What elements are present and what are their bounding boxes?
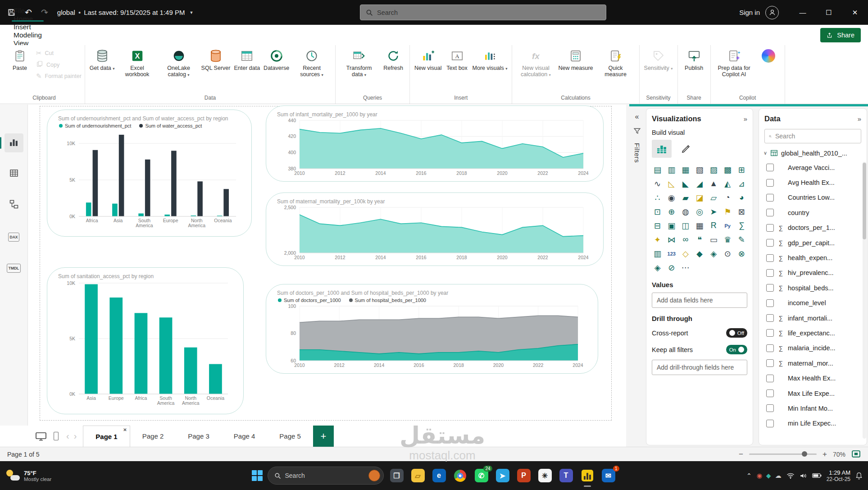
field-checkbox[interactable] xyxy=(766,375,774,382)
visual-type-icon[interactable]: R xyxy=(707,219,720,232)
teams-icon[interactable]: T xyxy=(558,467,574,484)
ribbon-button-paste[interactable]: Paste xyxy=(7,47,33,71)
visual-type-icon[interactable]: ⊕ xyxy=(665,205,678,218)
ribbon-button-cut[interactable]: ✂Cut xyxy=(36,50,82,57)
chevron-expanded-icon[interactable]: ∨ xyxy=(763,150,767,156)
visual-type-icon[interactable]: ▥ xyxy=(665,163,678,176)
ribbon-button-dataverse[interactable]: Dataverse xyxy=(262,47,291,71)
menu-item-file[interactable]: File xyxy=(14,7,42,15)
collapse-data-panel-icon[interactable]: » xyxy=(858,115,861,123)
avatar[interactable] xyxy=(765,6,779,19)
field-row-average-vacci[interactable]: Average Vacci... xyxy=(759,160,867,175)
battery-icon[interactable] xyxy=(812,473,822,478)
field-row-life-expectanc[interactable]: ∑life_expectanc... xyxy=(759,325,867,340)
visual-type-icon[interactable]: ◣ xyxy=(679,177,692,190)
rail-dax-query-view[interactable]: DAX xyxy=(5,227,23,246)
visual-sum-of-undernourishment-pct-and-sum-of-w[interactable]: Sum of undernourishment_pct and Sum of w… xyxy=(47,110,252,237)
field-row-health-expen[interactable]: ∑health_expen... xyxy=(759,250,867,265)
visual-type-icon[interactable]: ∴ xyxy=(651,191,664,204)
volume-icon[interactable] xyxy=(800,472,807,479)
field-checkbox[interactable] xyxy=(766,344,774,352)
page-tab-page-5[interactable]: Page 5 xyxy=(267,426,313,447)
field-checkbox[interactable] xyxy=(766,224,774,232)
visual-type-icon[interactable]: ⋈ xyxy=(665,233,678,246)
visual-type-icon[interactable]: ▰ xyxy=(679,191,692,204)
field-row-country[interactable]: country xyxy=(759,205,867,220)
notification-bell-icon[interactable] xyxy=(855,472,863,480)
zoom-slider[interactable] xyxy=(749,453,817,455)
format-pencil-icon[interactable] xyxy=(676,140,696,158)
keep-all-filters-toggle[interactable]: On xyxy=(726,345,747,354)
field-row-maternal-mor[interactable]: ∑maternal_mor... xyxy=(759,356,867,371)
field-row-malaria-incide[interactable]: ∑malaria_incide... xyxy=(759,341,867,356)
ribbon-button-new-visual[interactable]: New visual xyxy=(413,47,443,71)
visual-type-icon[interactable]: ⊠ xyxy=(735,205,748,218)
field-row-countries-low[interactable]: Countries Low... xyxy=(759,190,867,205)
visual-type-icon[interactable]: ▱ xyxy=(707,191,720,204)
visual-sum-of-doctors-per-1000-and-sum-of-hospi[interactable]: Sum of doctors_per_1000 and Sum of hospi… xyxy=(266,284,598,374)
weather-widget[interactable]: 75°F Mostly clear xyxy=(5,468,51,483)
ribbon-button-more-visuals[interactable]: More visuals ▾ xyxy=(471,47,509,71)
visual-type-icon[interactable]: ⋯ xyxy=(679,261,692,274)
taskbar-search[interactable] xyxy=(268,467,384,485)
ribbon-button-enter-data[interactable]: Enter data xyxy=(232,47,261,71)
mail-icon[interactable]: ✉1 xyxy=(600,467,617,484)
new-page-button[interactable]: + xyxy=(313,426,334,447)
add-data-fields-well[interactable]: Add data fields here xyxy=(652,293,747,308)
visual-type-icon[interactable]: ▤ xyxy=(651,163,664,176)
visual-type-icon[interactable]: ▣ xyxy=(665,219,678,232)
whatsapp-icon[interactable]: ✆24 xyxy=(473,467,490,484)
field-row-min-infant-mo[interactable]: Min Infant Mo... xyxy=(759,401,867,416)
rail-tmdl-view[interactable]: TMDL xyxy=(5,258,23,277)
field-checkbox[interactable] xyxy=(766,299,774,307)
visual-type-icon[interactable]: ◢ xyxy=(693,177,706,190)
tray-teal-icon[interactable]: ◆ xyxy=(766,472,771,479)
visual-type-icon[interactable]: ◕ xyxy=(735,191,748,204)
telegram-icon[interactable]: ➤ xyxy=(495,467,511,484)
page-tab-page-2[interactable]: Page 2 xyxy=(130,426,176,447)
report-canvas[interactable]: Sum of undernourishment_pct and Sum of w… xyxy=(28,105,626,426)
visual-type-icon[interactable]: ◭ xyxy=(721,177,734,190)
tray-chevron-icon[interactable]: ⌃ xyxy=(746,472,752,479)
ribbon-button-copy[interactable]: Copy xyxy=(36,60,82,69)
visual-type-icon[interactable]: ⊟ xyxy=(651,219,664,232)
collapse-visualizations-icon[interactable]: » xyxy=(744,115,747,123)
visual-type-icon[interactable]: ◇ xyxy=(679,247,692,260)
visual-type-icon[interactable]: ◍ xyxy=(679,205,692,218)
field-row-max-life-expe[interactable]: Max Life Expe... xyxy=(759,386,867,401)
visual-type-icon[interactable]: 123 xyxy=(665,247,678,260)
clock[interactable]: 1:29 AM 22-Oct-25 xyxy=(827,469,850,482)
scrollbar-thumb[interactable] xyxy=(863,163,866,239)
chrome-icon[interactable] xyxy=(452,467,468,484)
expand-filters-icon[interactable]: « xyxy=(635,113,639,121)
visual-type-icon[interactable]: ⚑ xyxy=(721,205,734,218)
field-checkbox[interactable] xyxy=(766,284,774,292)
field-row-hiv-prevalenc[interactable]: ∑hiv_prevalenc... xyxy=(759,266,867,280)
ribbon-button-publish[interactable]: Publish xyxy=(681,47,707,71)
ribbon-button-get-data[interactable]: Get data ▾ xyxy=(88,47,116,71)
field-checkbox[interactable] xyxy=(766,389,774,397)
data-search[interactable] xyxy=(764,129,861,143)
field-row-infant-mortali[interactable]: ∑infant_mortali... xyxy=(759,311,867,325)
page-tab-page-1[interactable]: Page 1✕ xyxy=(83,426,130,447)
visual-type-icon[interactable]: ∿ xyxy=(651,177,664,190)
visual-type-icon[interactable]: ✦ xyxy=(651,233,664,246)
field-checkbox[interactable] xyxy=(766,314,774,322)
field-row-hospital-beds[interactable]: ∑hospital_beds... xyxy=(759,280,867,295)
page-tab-page-3[interactable]: Page 3 xyxy=(176,426,222,447)
visual-type-icon[interactable]: ⊿ xyxy=(735,177,748,190)
ribbon-button-prep-data-for-copilot-ai[interactable]: Prep data for Copilot AI xyxy=(714,47,754,78)
maximize-button[interactable]: ☐ xyxy=(816,0,842,25)
desktop-layout-icon[interactable] xyxy=(35,431,47,441)
field-checkbox[interactable] xyxy=(766,420,774,427)
rail-report-view[interactable] xyxy=(5,133,23,152)
ribbon-button-sensitivity[interactable]: Sensitivity ▾ xyxy=(643,47,674,71)
visual-type-icon[interactable]: ▨ xyxy=(707,163,720,176)
wifi-icon[interactable] xyxy=(786,472,795,479)
visual-type-icon[interactable]: ▩ xyxy=(721,163,734,176)
ribbon-button-quick-measure[interactable]: Quick measure xyxy=(595,47,636,78)
task-view-icon[interactable]: ❐ xyxy=(389,467,405,484)
field-row-min-life-expec[interactable]: min Life Expec... xyxy=(759,416,867,431)
field-row-avg-health-ex[interactable]: Avg Health Ex... xyxy=(759,175,867,190)
ribbon-button-onelake-catalog[interactable]: OneLake catalog ▾ xyxy=(159,47,199,78)
